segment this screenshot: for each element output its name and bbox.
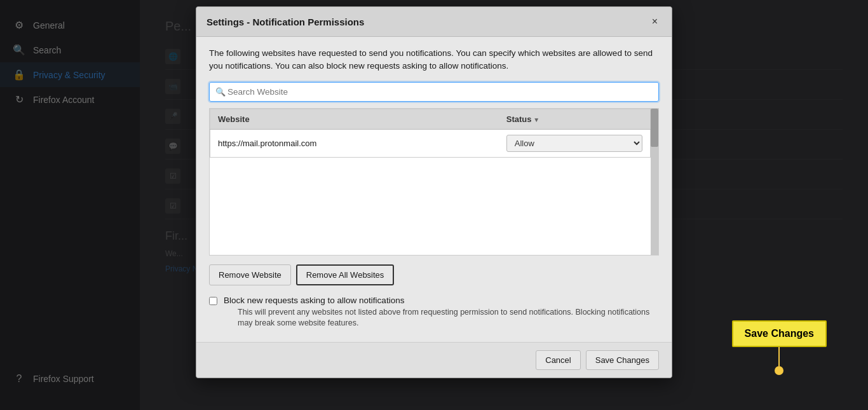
save-changes-tooltip: Save Changes [732,320,827,375]
checkbox-subtext: This will prevent any websites not liste… [238,307,659,329]
modal-header: Settings - Notification Permissions × [196,7,672,37]
scrollbar-thumb [651,109,658,147]
permissions-table-container[interactable]: Website Status https://mail.protonmail.c… [210,109,651,255]
checkbox-label-group: Block new requests asking to allow notif… [224,296,659,329]
action-buttons-row: Remove Website Remove All Websites [209,264,659,285]
tooltip-dot [775,366,783,375]
tooltip-line [778,347,780,366]
permissions-table: Website Status https://mail.protonmail.c… [210,109,651,158]
search-website-input[interactable] [209,82,659,102]
block-new-requests-row: Block new requests asking to allow notif… [209,296,659,329]
modal-close-button[interactable]: × [648,15,661,29]
permissions-table-area: Website Status https://mail.protonmail.c… [209,108,659,256]
col-status-header[interactable]: Status [499,109,651,129]
table-row: https://mail.protonmail.com Allow Block [210,129,651,157]
modal-body: The following websites have requested to… [196,37,672,342]
checkbox-label: Block new requests asking to allow notif… [224,296,659,305]
tooltip-box: Save Changes [732,320,827,347]
save-changes-button[interactable]: Save Changes [586,350,659,370]
remove-all-websites-button[interactable]: Remove All Websites [296,264,395,285]
cancel-button[interactable]: Cancel [536,350,580,370]
status-select[interactable]: Allow Block [506,135,642,152]
modal-title: Settings - Notification Permissions [207,17,364,27]
search-website-wrapper: 🔍 [209,82,659,102]
block-new-requests-checkbox[interactable] [209,297,217,305]
scrollbar-track[interactable] [651,109,658,255]
modal-description: The following websites have requested to… [209,47,659,73]
table-cell-website: https://mail.protonmail.com [210,129,499,157]
notification-permissions-modal: Settings - Notification Permissions × Th… [196,6,672,378]
modal-footer: Cancel Save Changes [196,342,672,378]
table-cell-status: Allow Block [499,129,651,157]
col-website-header: Website [210,109,499,129]
tooltip-label: Save Changes [745,328,814,339]
remove-website-button[interactable]: Remove Website [209,264,291,285]
search-website-icon: 🔍 [215,87,226,97]
